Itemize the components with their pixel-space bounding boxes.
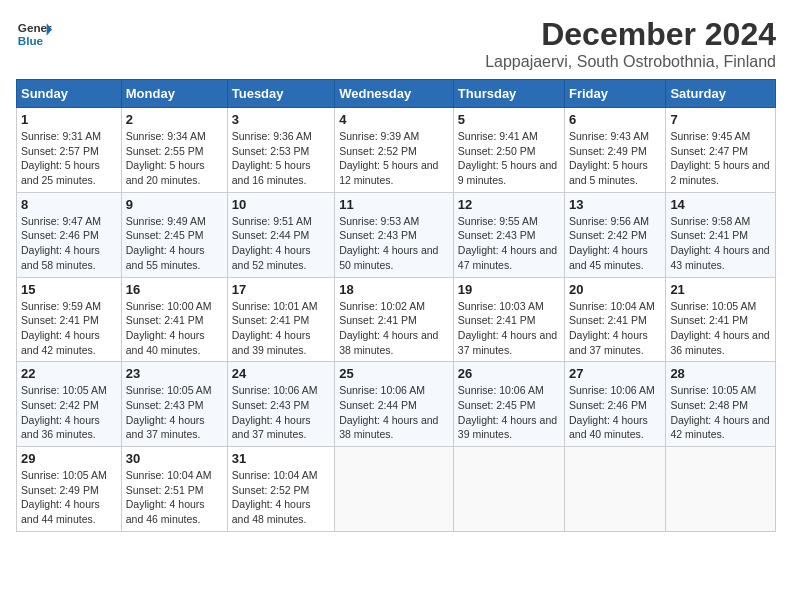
calendar-day-cell: 25 Sunrise: 10:06 AM Sunset: 2:44 PM Day… — [335, 362, 454, 447]
day-number: 27 — [569, 366, 661, 381]
weekday-header: Sunday — [17, 80, 122, 108]
weekday-row: SundayMondayTuesdayWednesdayThursdayFrid… — [17, 80, 776, 108]
sunset-label: Sunset: 2:53 PM — [232, 145, 310, 157]
sunrise-label: Sunrise: 9:53 AM — [339, 215, 419, 227]
calendar-day-cell: 18 Sunrise: 10:02 AM Sunset: 2:41 PM Day… — [335, 277, 454, 362]
sunrise-label: Sunrise: 10:03 AM — [458, 300, 544, 312]
daylight-label: Daylight: 4 hours and 58 minutes. — [21, 244, 100, 271]
day-info: Sunrise: 9:34 AM Sunset: 2:55 PM Dayligh… — [126, 129, 223, 188]
daylight-label: Daylight: 4 hours and 36 minutes. — [670, 329, 769, 356]
calendar-day-cell: 1 Sunrise: 9:31 AM Sunset: 2:57 PM Dayli… — [17, 108, 122, 193]
sunrise-label: Sunrise: 9:55 AM — [458, 215, 538, 227]
day-info: Sunrise: 9:49 AM Sunset: 2:45 PM Dayligh… — [126, 214, 223, 273]
sunset-label: Sunset: 2:41 PM — [670, 314, 748, 326]
daylight-label: Daylight: 4 hours and 42 minutes. — [670, 414, 769, 441]
day-info: Sunrise: 9:55 AM Sunset: 2:43 PM Dayligh… — [458, 214, 560, 273]
sunset-label: Sunset: 2:57 PM — [21, 145, 99, 157]
sunrise-label: Sunrise: 10:00 AM — [126, 300, 212, 312]
daylight-label: Daylight: 4 hours and 39 minutes. — [458, 414, 557, 441]
sunrise-label: Sunrise: 9:34 AM — [126, 130, 206, 142]
sunset-label: Sunset: 2:47 PM — [670, 145, 748, 157]
daylight-label: Daylight: 4 hours and 37 minutes. — [458, 329, 557, 356]
sunrise-label: Sunrise: 10:05 AM — [670, 384, 756, 396]
sunrise-label: Sunrise: 10:04 AM — [126, 469, 212, 481]
day-info: Sunrise: 10:05 AM Sunset: 2:48 PM Daylig… — [670, 383, 771, 442]
daylight-label: Daylight: 4 hours and 45 minutes. — [569, 244, 648, 271]
calendar-day-cell: 16 Sunrise: 10:00 AM Sunset: 2:41 PM Day… — [121, 277, 227, 362]
sunrise-label: Sunrise: 10:06 AM — [339, 384, 425, 396]
day-number: 28 — [670, 366, 771, 381]
day-info: Sunrise: 10:05 AM Sunset: 2:49 PM Daylig… — [21, 468, 117, 527]
day-number: 19 — [458, 282, 560, 297]
daylight-label: Daylight: 4 hours and 44 minutes. — [21, 498, 100, 525]
sunset-label: Sunset: 2:55 PM — [126, 145, 204, 157]
sunrise-label: Sunrise: 9:56 AM — [569, 215, 649, 227]
calendar-day-cell: 7 Sunrise: 9:45 AM Sunset: 2:47 PM Dayli… — [666, 108, 776, 193]
calendar-week-row: 15 Sunrise: 9:59 AM Sunset: 2:41 PM Dayl… — [17, 277, 776, 362]
calendar-day-cell: 23 Sunrise: 10:05 AM Sunset: 2:43 PM Day… — [121, 362, 227, 447]
day-number: 2 — [126, 112, 223, 127]
calendar-day-cell: 19 Sunrise: 10:03 AM Sunset: 2:41 PM Day… — [453, 277, 564, 362]
day-info: Sunrise: 9:31 AM Sunset: 2:57 PM Dayligh… — [21, 129, 117, 188]
sunrise-label: Sunrise: 10:06 AM — [458, 384, 544, 396]
calendar-day-cell: 2 Sunrise: 9:34 AM Sunset: 2:55 PM Dayli… — [121, 108, 227, 193]
sunset-label: Sunset: 2:50 PM — [458, 145, 536, 157]
day-info: Sunrise: 10:06 AM Sunset: 2:45 PM Daylig… — [458, 383, 560, 442]
day-info: Sunrise: 9:45 AM Sunset: 2:47 PM Dayligh… — [670, 129, 771, 188]
daylight-label: Daylight: 5 hours and 5 minutes. — [569, 159, 648, 186]
calendar-day-cell: 20 Sunrise: 10:04 AM Sunset: 2:41 PM Day… — [565, 277, 666, 362]
day-info: Sunrise: 10:01 AM Sunset: 2:41 PM Daylig… — [232, 299, 330, 358]
sunrise-label: Sunrise: 10:06 AM — [232, 384, 318, 396]
day-number: 15 — [21, 282, 117, 297]
calendar-day-cell: 28 Sunrise: 10:05 AM Sunset: 2:48 PM Day… — [666, 362, 776, 447]
sunrise-label: Sunrise: 9:51 AM — [232, 215, 312, 227]
weekday-header: Thursday — [453, 80, 564, 108]
calendar-day-cell: 27 Sunrise: 10:06 AM Sunset: 2:46 PM Day… — [565, 362, 666, 447]
sunset-label: Sunset: 2:49 PM — [21, 484, 99, 496]
calendar-day-cell: 5 Sunrise: 9:41 AM Sunset: 2:50 PM Dayli… — [453, 108, 564, 193]
sunrise-label: Sunrise: 9:43 AM — [569, 130, 649, 142]
calendar-week-row: 29 Sunrise: 10:05 AM Sunset: 2:49 PM Day… — [17, 447, 776, 532]
calendar-day-cell: 10 Sunrise: 9:51 AM Sunset: 2:44 PM Dayl… — [227, 192, 334, 277]
sunrise-label: Sunrise: 9:45 AM — [670, 130, 750, 142]
sunset-label: Sunset: 2:45 PM — [126, 229, 204, 241]
day-number: 29 — [21, 451, 117, 466]
daylight-label: Daylight: 4 hours and 37 minutes. — [569, 329, 648, 356]
sunrise-label: Sunrise: 10:02 AM — [339, 300, 425, 312]
day-info: Sunrise: 9:56 AM Sunset: 2:42 PM Dayligh… — [569, 214, 661, 273]
sunrise-label: Sunrise: 10:04 AM — [569, 300, 655, 312]
calendar-day-cell — [335, 447, 454, 532]
subtitle: Lappajaervi, South Ostrobothnia, Finland — [485, 53, 776, 71]
sunset-label: Sunset: 2:41 PM — [126, 314, 204, 326]
sunset-label: Sunset: 2:41 PM — [339, 314, 417, 326]
day-number: 6 — [569, 112, 661, 127]
daylight-label: Daylight: 4 hours and 39 minutes. — [232, 329, 311, 356]
day-info: Sunrise: 10:05 AM Sunset: 2:43 PM Daylig… — [126, 383, 223, 442]
sunset-label: Sunset: 2:46 PM — [569, 399, 647, 411]
day-info: Sunrise: 10:00 AM Sunset: 2:41 PM Daylig… — [126, 299, 223, 358]
daylight-label: Daylight: 4 hours and 55 minutes. — [126, 244, 205, 271]
sunrise-label: Sunrise: 9:31 AM — [21, 130, 101, 142]
day-number: 5 — [458, 112, 560, 127]
sunrise-label: Sunrise: 9:49 AM — [126, 215, 206, 227]
daylight-label: Daylight: 4 hours and 50 minutes. — [339, 244, 438, 271]
sunrise-label: Sunrise: 10:05 AM — [126, 384, 212, 396]
daylight-label: Daylight: 4 hours and 43 minutes. — [670, 244, 769, 271]
day-info: Sunrise: 9:41 AM Sunset: 2:50 PM Dayligh… — [458, 129, 560, 188]
calendar-day-cell — [565, 447, 666, 532]
daylight-label: Daylight: 4 hours and 52 minutes. — [232, 244, 311, 271]
calendar-day-cell: 26 Sunrise: 10:06 AM Sunset: 2:45 PM Day… — [453, 362, 564, 447]
daylight-label: Daylight: 4 hours and 37 minutes. — [126, 414, 205, 441]
sunset-label: Sunset: 2:43 PM — [232, 399, 310, 411]
day-info: Sunrise: 10:02 AM Sunset: 2:41 PM Daylig… — [339, 299, 449, 358]
calendar-table: SundayMondayTuesdayWednesdayThursdayFrid… — [16, 79, 776, 532]
sunrise-label: Sunrise: 9:36 AM — [232, 130, 312, 142]
sunrise-label: Sunrise: 9:59 AM — [21, 300, 101, 312]
daylight-label: Daylight: 4 hours and 38 minutes. — [339, 329, 438, 356]
daylight-label: Daylight: 5 hours and 25 minutes. — [21, 159, 100, 186]
day-info: Sunrise: 9:43 AM Sunset: 2:49 PM Dayligh… — [569, 129, 661, 188]
weekday-header: Saturday — [666, 80, 776, 108]
daylight-label: Daylight: 5 hours and 16 minutes. — [232, 159, 311, 186]
calendar-week-row: 8 Sunrise: 9:47 AM Sunset: 2:46 PM Dayli… — [17, 192, 776, 277]
sunset-label: Sunset: 2:49 PM — [569, 145, 647, 157]
